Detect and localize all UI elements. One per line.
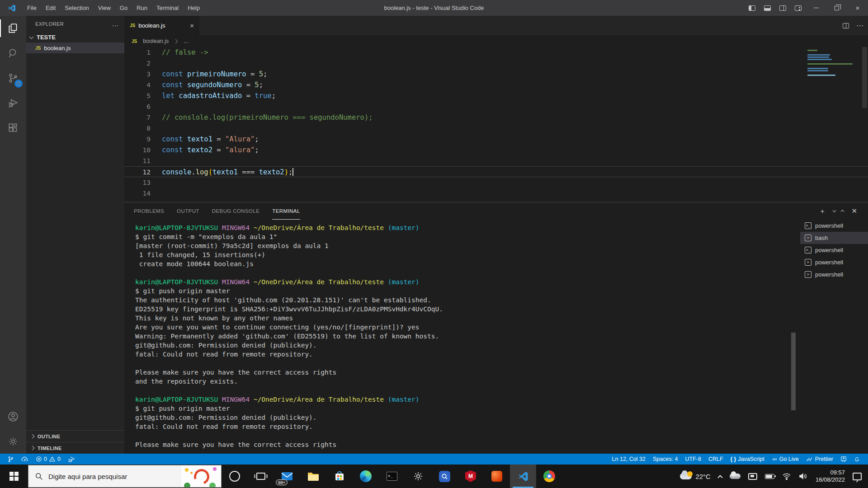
publish-cloud-button[interactable]	[18, 454, 32, 465]
sidebar-more-actions-icon[interactable]: ...	[112, 20, 119, 28]
terminal-instance-powershell-2[interactable]: >_powershell	[800, 244, 868, 256]
code-line-4[interactable]: 4const segundoNumero = 5;	[124, 80, 868, 90]
command-prompt-icon[interactable]: >_	[379, 465, 405, 488]
customize-layout-icon[interactable]	[790, 0, 806, 16]
maximize-panel-icon[interactable]	[841, 210, 844, 213]
office-icon[interactable]	[484, 465, 510, 488]
code-line-12[interactable]: 12console.log(texto1 === texto2);	[124, 166, 868, 177]
panel-tab-output[interactable]: OUTPUT	[177, 202, 199, 220]
code-editor[interactable]: 1// false ->23const primeiroNumero = 5;4…	[124, 47, 868, 202]
code-line-10[interactable]: 10const texto2 = "alura";	[124, 145, 868, 155]
menu-run[interactable]: Run	[132, 0, 152, 16]
menu-help[interactable]: Help	[183, 0, 204, 16]
tab-booleanjs[interactable]: JS boolean.js ×	[124, 16, 199, 35]
code-line-3[interactable]: 3const primeiroNumero = 5;	[124, 69, 868, 80]
close-panel-icon[interactable]: ✕	[851, 207, 857, 215]
search-icon[interactable]	[0, 41, 26, 66]
menu-view[interactable]: View	[94, 0, 115, 16]
eol-button[interactable]: CRLF	[705, 454, 727, 465]
terminal-scrollbar[interactable]	[791, 333, 796, 410]
code-line-13[interactable]: 13	[124, 177, 868, 188]
accounts-icon[interactable]	[0, 404, 26, 429]
meet-now-icon[interactable]	[748, 473, 757, 480]
weather-widget[interactable]: 22°C	[680, 473, 711, 480]
battery-icon[interactable]	[765, 474, 774, 479]
minimap[interactable]	[807, 50, 858, 80]
volume-icon[interactable]	[799, 473, 808, 480]
feedback-button[interactable]	[837, 454, 850, 465]
explorer-icon[interactable]	[0, 16, 26, 41]
file-item-booleanjs[interactable]: JS boolean.js	[26, 42, 124, 53]
terminal-instance-powershell-0[interactable]: >_powershell	[800, 220, 868, 232]
timeline-section[interactable]: TIMELINE	[26, 442, 124, 454]
folder-section-teste[interactable]: TESTE	[26, 32, 124, 42]
code-line-11[interactable]: 11	[124, 155, 868, 166]
terminal-instance-powershell-3[interactable]: >powershell	[800, 256, 868, 268]
mail-app-icon[interactable]: 99+	[274, 465, 300, 488]
panel-tab-debug-console[interactable]: DEBUG CONSOLE	[212, 202, 260, 220]
code-line-1[interactable]: 1// false ->	[124, 47, 868, 58]
menu-selection[interactable]: Selection	[60, 0, 93, 16]
close-button[interactable]: ×	[847, 0, 868, 16]
menu-edit[interactable]: Edit	[41, 0, 60, 16]
problems-button[interactable]: 0 0	[32, 454, 64, 465]
tab-close-icon[interactable]: ×	[190, 22, 194, 29]
tray-expand-icon[interactable]	[717, 475, 722, 480]
debug-launch-button[interactable]	[64, 454, 79, 465]
edge-browser-icon[interactable]	[353, 465, 379, 488]
search-highlight-image[interactable]	[181, 465, 221, 487]
menu-go[interactable]: Go	[115, 0, 132, 16]
language-mode-button[interactable]: { }JavaScript	[727, 454, 768, 465]
new-terminal-icon[interactable]: ＋	[819, 207, 826, 216]
menu-terminal[interactable]: Terminal	[152, 0, 183, 16]
code-line-5[interactable]: 5let cadastroAtivado = true;	[124, 90, 868, 101]
run-debug-icon[interactable]	[0, 90, 26, 115]
start-button[interactable]	[0, 465, 28, 488]
code-line-6[interactable]: 6	[124, 101, 868, 112]
code-line-9[interactable]: 9const texto1 = "Alura";	[124, 134, 868, 145]
source-control-icon[interactable]	[0, 66, 26, 90]
task-view-button[interactable]	[248, 465, 274, 488]
editor-scrollbar[interactable]	[862, 47, 867, 108]
mcafee-icon[interactable]: M	[458, 465, 484, 488]
notifications-button[interactable]	[850, 454, 863, 465]
restore-button[interactable]	[826, 0, 847, 16]
quick-assist-icon[interactable]	[431, 465, 458, 488]
go-live-button[interactable]: Go Live	[768, 454, 802, 465]
settings-app-icon[interactable]	[405, 465, 431, 488]
code-line-14[interactable]: 14	[124, 188, 868, 199]
onedrive-icon[interactable]	[730, 474, 741, 479]
code-line-7[interactable]: 7// conslole.log(primeiroNumero === segu…	[124, 112, 868, 123]
indentation-button[interactable]: Spaces: 4	[649, 454, 682, 465]
git-branch-button[interactable]	[4, 454, 18, 465]
split-editor-icon[interactable]	[843, 23, 849, 28]
toggle-panel-icon[interactable]	[760, 0, 775, 16]
settings-gear-icon[interactable]	[0, 429, 26, 454]
clock[interactable]: 09:57 16/08/2022	[816, 469, 845, 483]
menu-file[interactable]: File	[23, 0, 41, 16]
chrome-icon[interactable]	[536, 465, 562, 488]
prettier-button[interactable]: ✓✓Prettier	[802, 454, 837, 465]
terminal-instance-powershell-4[interactable]: >powershell	[800, 268, 868, 281]
taskbar-search-input[interactable]: Digite aqui para pesquisar	[28, 465, 222, 488]
cursor-position-button[interactable]: Ln 12, Col 32	[609, 454, 649, 465]
action-center-icon[interactable]	[853, 473, 862, 480]
terminal-output[interactable]: karin@LAPTOP-8JVTUKSU MINGW64 ~/OneDrive…	[135, 223, 791, 454]
microsoft-store-icon[interactable]	[326, 465, 353, 488]
code-line-8[interactable]: 8	[124, 123, 868, 134]
extensions-icon[interactable]	[0, 115, 26, 140]
toggle-secondary-sidebar-icon[interactable]	[775, 0, 790, 16]
file-explorer-icon[interactable]	[300, 465, 326, 488]
encoding-button[interactable]: UTF-8	[682, 454, 705, 465]
minimize-button[interactable]	[806, 0, 826, 16]
cortana-button[interactable]	[222, 465, 248, 488]
terminal-instance-bash-1[interactable]: >bash	[800, 232, 868, 244]
code-line-2[interactable]: 2	[124, 58, 868, 69]
outline-section[interactable]: OUTLINE	[26, 430, 124, 442]
terminal-dropdown-icon[interactable]	[833, 208, 836, 212]
panel-tab-terminal[interactable]: TERMINAL	[272, 202, 300, 220]
wifi-icon[interactable]	[782, 473, 791, 480]
toggle-sidebar-icon[interactable]	[744, 0, 760, 16]
panel-tab-problems[interactable]: PROBLEMS	[134, 202, 164, 220]
breadcrumb[interactable]: JS boolean.js ...	[124, 35, 868, 47]
